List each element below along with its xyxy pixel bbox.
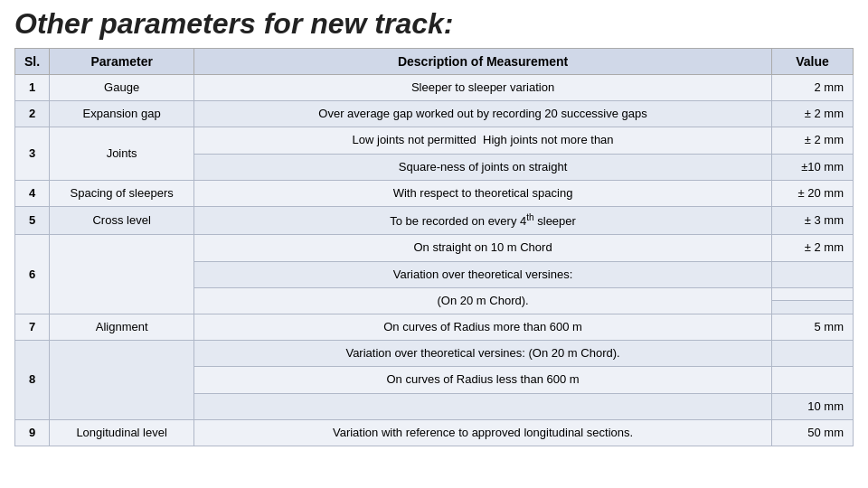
row-val: 50 mm [772,419,854,446]
table-row: 8 Variation over theoretical versines: (… [15,341,854,367]
row-val: ± 2 mm [772,127,854,154]
row-desc: On curves of Radius less than 600 m [194,367,772,393]
row-desc: Over average gap worked out by recording… [194,101,772,127]
table-row: 3 Joints Low joints not permitted High j… [15,127,854,154]
row-param [50,341,194,420]
col-value: Value [772,49,854,75]
table-row: 9 Longitudinal level Variation with refe… [15,419,854,446]
row-desc: On curves of Radius more than 600 m [194,314,772,341]
row-sl: 6 [15,235,50,314]
row-val: ±10 mm [772,154,854,180]
table-row: 7 Alignment On curves of Radius more tha… [15,314,854,341]
table-row: 6 On straight on 10 m Chord ± 2 mm [15,235,854,261]
row-sl: 1 [15,75,50,101]
row-desc [194,393,772,419]
row-val: 5 mm [772,314,854,341]
row-desc: Variation over theoretical versines: [194,261,772,287]
row-desc: Sleeper to sleeper variation [194,75,772,101]
row-val: ± 2 mm [772,101,854,127]
col-parameter: Parameter [50,49,194,75]
row-desc: With respect to theoretical spacing [194,180,772,206]
table-row: 4 Spacing of sleepers With respect to th… [15,180,854,206]
row-sl: 9 [15,419,50,446]
table-row: 1 Gauge Sleeper to sleeper variation 2 m… [15,75,854,101]
row-param: Joints [50,127,194,180]
table-row: 5 Cross level To be recorded on every 4t… [15,206,854,235]
row-param: Expansion gap [50,101,194,127]
row-desc: (On 20 m Chord). [194,287,772,314]
row-desc: To be recorded on every 4th sleeper [194,206,772,235]
row-val: ± 2 mm [772,235,854,261]
row-sl: 8 [15,341,50,420]
page-container: Other parameters for new track: Sl. Para… [0,0,868,454]
row-desc: Low joints not permitted High joints not… [194,127,772,154]
row-param: Longitudinal level [50,419,194,446]
row-param: Cross level [50,206,194,235]
col-description: Description of Measurement [194,49,772,75]
row-val [772,261,854,287]
row-desc: On straight on 10 m Chord [194,235,772,261]
row-param [50,235,194,314]
row-val: 10 mm [772,393,854,419]
row-sl: 3 [15,127,50,180]
row-val: ± 3 mm [772,206,854,235]
row-desc: Square-ness of joints on straight [194,154,772,180]
page-title: Other parameters for new track: [14,7,854,41]
table-row: 2 Expansion gap Over average gap worked … [15,101,854,127]
row-sl: 7 [15,314,50,341]
row-val [772,341,854,367]
parameters-table: Sl. Parameter Description of Measurement… [14,48,854,446]
row-val: ± 20 mm [772,180,854,206]
row-param: Alignment [50,314,194,341]
row-sl: 5 [15,206,50,235]
row-sl: 2 [15,101,50,127]
row-desc: Variation with reference to approved lon… [194,419,772,446]
row-val [772,287,854,301]
row-val [772,367,854,393]
col-sl: Sl. [15,49,50,75]
row-desc: Variation over theoretical versines: (On… [194,341,772,367]
row-param: Spacing of sleepers [50,180,194,206]
row-val [772,301,854,314]
row-val: 2 mm [772,75,854,101]
row-sl: 4 [15,180,50,206]
row-param: Gauge [50,75,194,101]
